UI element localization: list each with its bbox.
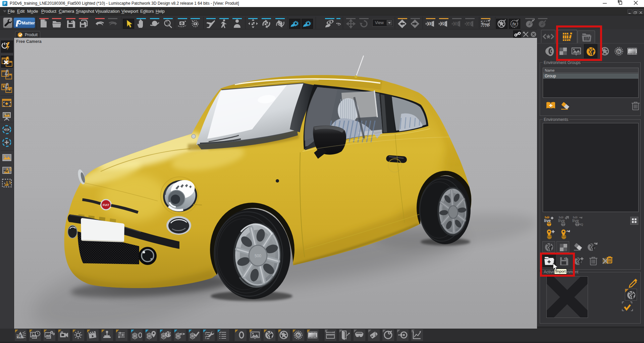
svg-text:500: 500: [255, 254, 261, 258]
svg-text:FIAT: FIAT: [103, 203, 109, 207]
svg-text:R: R: [5, 182, 8, 186]
svg-text:Trsp: Trsp: [481, 22, 489, 26]
svg-text:R: R: [5, 169, 8, 173]
svg-text:R: R: [18, 334, 21, 339]
svg-text:4: 4: [468, 22, 470, 26]
svg-text:fx: fx: [513, 22, 517, 26]
svg-text:2: 2: [442, 22, 444, 26]
svg-text:fx: fx: [617, 50, 621, 54]
svg-text:1: 1: [429, 22, 431, 26]
svg-text:3: 3: [455, 22, 457, 26]
svg-text:HQ: HQ: [579, 223, 583, 226]
svg-text:fx: fx: [297, 333, 300, 337]
